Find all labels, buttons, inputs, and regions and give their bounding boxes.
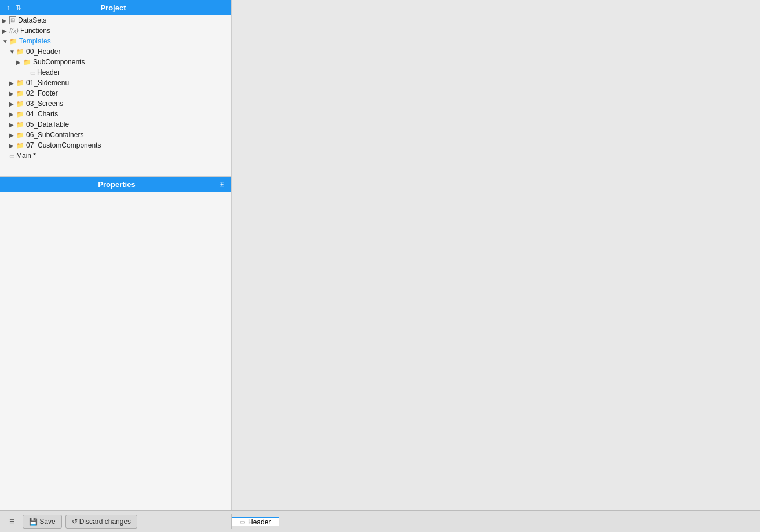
07customcomponents-label: 07_CustomComponents — [26, 141, 101, 149]
tab-header[interactable]: ▭ Header — [232, 517, 279, 526]
discard-icon: ↺ — [72, 518, 78, 526]
tree-item-01sidemenu[interactable]: ▶ 📁 01_Sidemenu — [0, 78, 231, 88]
tree-item-02footer[interactable]: ▶ 📁 02_Footer — [0, 88, 231, 98]
tree-item-06subcontainers[interactable]: ▶ 📁 06_SubContainers — [0, 130, 231, 140]
chevron-03screens: ▶ — [9, 101, 16, 107]
tree-item-header-template[interactable]: ▶ ▭ Header — [0, 67, 231, 78]
up-icon[interactable]: ↑ — [5, 3, 12, 12]
02footer-label: 02_Footer — [26, 89, 58, 97]
bottom-left: ≡ 💾 Save ↺ Discard changes — [0, 514, 232, 529]
chevron-04charts: ▶ — [9, 111, 16, 118]
subcomponents-folder-icon: 📁 — [23, 58, 31, 66]
chevron-02footer: ▶ — [9, 90, 16, 97]
tree-item-datasets[interactable]: ▶ ⊞ DataSets — [0, 15, 231, 25]
07customcomponents-folder-icon: 📁 — [16, 142, 24, 149]
functions-label: Functions — [20, 27, 50, 35]
chevron-functions: ▶ — [2, 28, 9, 34]
03screens-label: 03_Screens — [26, 100, 63, 108]
right-panel — [232, 0, 760, 510]
chevron-07customcomponents: ▶ — [9, 142, 16, 149]
save-label: Save — [39, 518, 55, 526]
save-button[interactable]: 💾 Save — [23, 515, 61, 529]
tree-item-07customcomponents[interactable]: ▶ 📁 07_CustomComponents — [0, 140, 231, 151]
project-header: ↑ ⇅ Project — [0, 0, 231, 15]
properties-body — [0, 192, 231, 510]
tree-item-04charts[interactable]: ▶ 📁 04_Charts — [0, 109, 231, 119]
tab-bar: ▭ Header — [232, 517, 279, 526]
chevron-templates: ▼ — [2, 38, 9, 45]
swap-icon[interactable]: ⇅ — [14, 3, 23, 12]
discard-button[interactable]: ↺ Discard changes — [65, 515, 137, 529]
hamburger-button[interactable]: ≡ — [5, 514, 19, 529]
header-template-label: Header — [37, 68, 60, 76]
chevron-05datatable: ▶ — [9, 122, 16, 128]
discard-label: Discard changes — [79, 518, 131, 526]
header-template-icon: ▭ — [30, 69, 35, 76]
chevron-06subcontainers: ▶ — [9, 132, 16, 138]
01sidemenu-label: 01_Sidemenu — [26, 79, 69, 87]
dataset-icon: ⊞ — [9, 16, 16, 24]
templates-folder-icon: 📁 — [9, 38, 17, 45]
05datatable-label: 05_DataTable — [26, 120, 69, 129]
tab-header-label: Header — [248, 518, 271, 526]
subcomponents-label: SubComponents — [33, 58, 85, 66]
left-panel: ↑ ⇅ Project ▶ ⊞ DataSets ▶ f(x) Function… — [0, 0, 232, 510]
06subcontainers-label: 06_SubContainers — [26, 131, 83, 139]
tab-header-icon: ▭ — [240, 519, 245, 525]
00header-label: 00_Header — [26, 47, 60, 56]
project-title: Project — [23, 3, 203, 12]
properties-icon-btn[interactable]: ⊞ — [217, 179, 226, 189]
chevron-01sidemenu: ▶ — [9, 80, 16, 86]
properties-header: Properties ⊞ — [0, 177, 231, 192]
datasets-label: DataSets — [18, 16, 46, 24]
02footer-folder-icon: 📁 — [16, 90, 24, 97]
templates-label: Templates — [19, 37, 51, 45]
06subcontainers-folder-icon: 📁 — [16, 131, 24, 139]
bottom-right: ▭ Header — [232, 517, 760, 526]
01sidemenu-folder-icon: 📁 — [16, 79, 24, 87]
header-icons: ↑ ⇅ — [5, 3, 23, 12]
tree-item-subcomponents[interactable]: ▶ 📁 SubComponents — [0, 57, 231, 67]
tree-item-05datatable[interactable]: ▶ 📁 05_DataTable — [0, 119, 231, 130]
tree-item-main[interactable]: ▶ ▭ Main * — [0, 151, 231, 161]
00header-folder-icon: 📁 — [16, 48, 24, 56]
properties-panel: Properties ⊞ — [0, 176, 231, 510]
tree-item-00header[interactable]: ▼ 📁 00_Header — [0, 46, 231, 57]
05datatable-folder-icon: 📁 — [16, 121, 24, 129]
03screens-folder-icon: 📁 — [16, 100, 24, 108]
chevron-00header: ▼ — [9, 49, 16, 55]
save-icon: 💾 — [29, 518, 38, 526]
04charts-folder-icon: 📁 — [16, 111, 24, 118]
tree-item-03screens[interactable]: ▶ 📁 03_Screens — [0, 98, 231, 109]
chevron-subcomponents: ▶ — [16, 59, 23, 65]
tree-panel: ▶ ⊞ DataSets ▶ f(x) Functions ▼ 📁 Templa… — [0, 15, 231, 176]
chevron-datasets: ▶ — [2, 17, 9, 24]
04charts-label: 04_Charts — [26, 110, 58, 118]
properties-title: Properties — [16, 180, 217, 189]
tree-item-functions[interactable]: ▶ f(x) Functions — [0, 25, 231, 36]
main-template-icon: ▭ — [9, 153, 14, 159]
bottom-bar: ≡ 💾 Save ↺ Discard changes ▭ Header — [0, 510, 760, 532]
main-label: Main * — [16, 152, 36, 160]
func-icon: f(x) — [9, 27, 19, 34]
tree-item-templates[interactable]: ▼ 📁 Templates — [0, 36, 231, 46]
